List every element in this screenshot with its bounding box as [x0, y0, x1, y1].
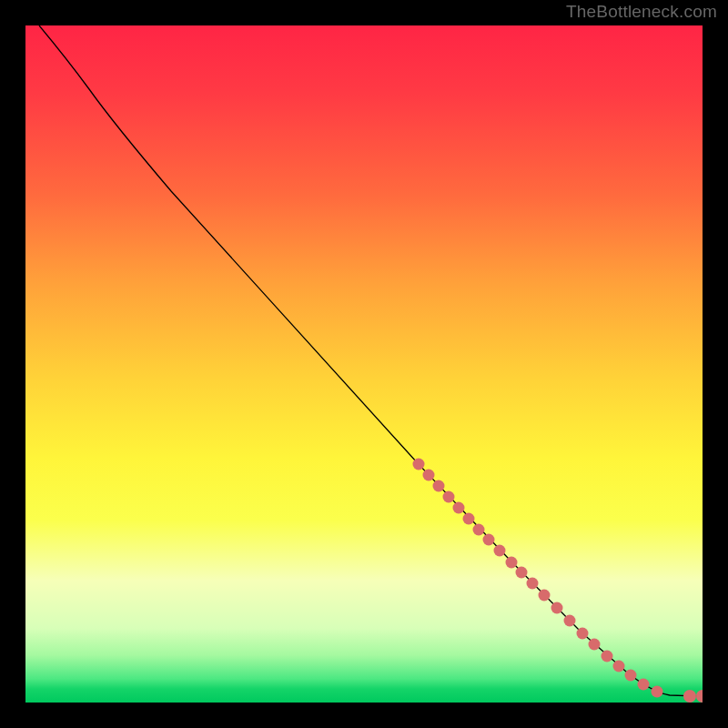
- data-point: [683, 690, 696, 703]
- data-point: [483, 534, 495, 546]
- data-point: [443, 491, 455, 503]
- data-point: [577, 628, 589, 640]
- data-point: [589, 639, 601, 651]
- data-point: [613, 661, 625, 672]
- data-point: [433, 480, 445, 492]
- data-point: [506, 557, 518, 569]
- plot-svg: [25, 25, 703, 703]
- data-point: [638, 679, 650, 691]
- data-point: [473, 524, 485, 536]
- data-point: [625, 670, 637, 682]
- plot-area: [25, 25, 703, 703]
- data-point: [602, 651, 613, 662]
- data-point: [494, 545, 506, 557]
- data-point: [516, 567, 528, 579]
- data-point: [463, 513, 475, 525]
- attribution-text: TheBottleneck.com: [566, 2, 717, 22]
- data-point: [527, 578, 539, 590]
- data-points: [413, 459, 703, 703]
- data-point: [539, 590, 551, 602]
- data-point: [423, 470, 435, 481]
- data-point: [551, 602, 563, 614]
- data-point: [696, 690, 703, 703]
- data-point: [564, 615, 576, 627]
- chart-frame: TheBottleneck.com: [0, 0, 728, 728]
- data-point: [453, 502, 465, 514]
- data-point: [413, 459, 425, 470]
- data-point: [652, 686, 663, 698]
- bottleneck-curve: [39, 25, 703, 696]
